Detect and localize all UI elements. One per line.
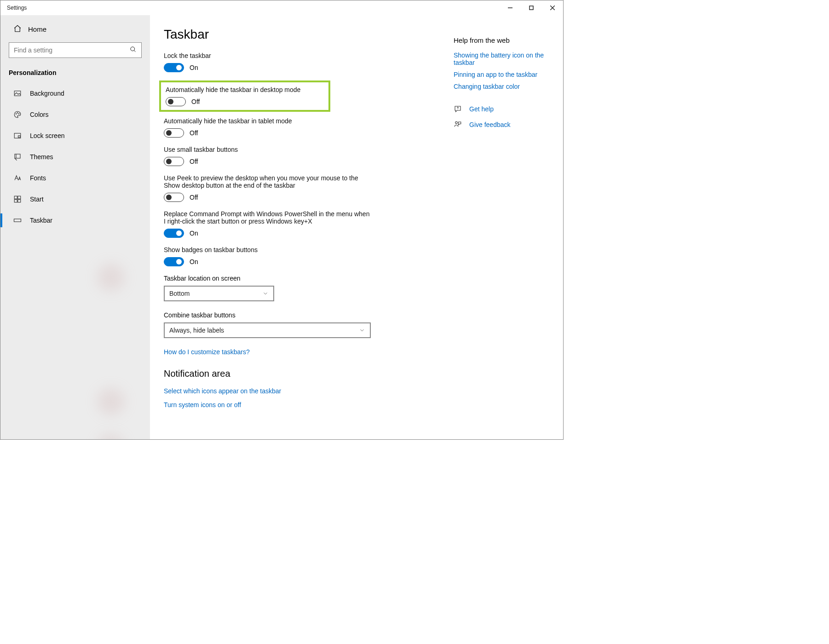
dropdown-taskbar-location[interactable]: Bottom xyxy=(164,286,274,301)
sidebar-item-fonts[interactable]: Fonts xyxy=(0,167,150,189)
svg-rect-11 xyxy=(18,136,21,138)
give-feedback-button[interactable]: Give feedback xyxy=(454,121,559,129)
svg-rect-14 xyxy=(18,196,21,199)
setting-label: Taskbar location on screen xyxy=(164,275,421,282)
sidebar-item-lockscreen[interactable]: Lock screen xyxy=(0,125,150,146)
setting-taskbar-location: Taskbar location on screen Bottom xyxy=(164,275,421,301)
maximize-button[interactable] xyxy=(521,0,542,15)
customize-link-wrap: How do I customize taskbars? xyxy=(164,348,421,356)
aside-help-links: Showing the battery icon on the taskbar … xyxy=(454,52,559,90)
close-button[interactable] xyxy=(542,0,563,15)
toggle-state: On xyxy=(190,230,198,237)
toggle-replace-cmd[interactable] xyxy=(164,229,184,238)
setting-autohide-desktop: Automatically hide the taskbar in deskto… xyxy=(164,86,326,106)
setting-lock-taskbar: Lock the taskbar On xyxy=(164,52,371,72)
main-column: Taskbar Lock the taskbar On Automaticall… xyxy=(164,27,421,435)
setting-label: Use small taskbar buttons xyxy=(164,146,371,153)
give-feedback-label: Give feedback xyxy=(469,121,511,128)
toggle-row: On xyxy=(164,257,371,266)
dropdown-combine-buttons[interactable]: Always, hide labels xyxy=(164,322,371,338)
link-select-icons[interactable]: Select which icons appear on the taskbar xyxy=(164,387,421,395)
setting-use-peek: Use Peek to preview the desktop when you… xyxy=(164,174,371,202)
customize-link[interactable]: How do I customize taskbars? xyxy=(164,348,250,356)
svg-rect-15 xyxy=(14,200,17,202)
sidebar-item-taskbar[interactable]: Taskbar xyxy=(0,210,150,231)
home-button[interactable]: Home xyxy=(0,20,150,39)
toggle-autohide-tablet[interactable] xyxy=(164,128,184,138)
toggle-row: On xyxy=(164,63,371,72)
svg-rect-17 xyxy=(14,219,21,222)
decorative-blob xyxy=(97,264,125,291)
setting-show-badges: Show badges on taskbar buttons On xyxy=(164,246,371,266)
svg-point-19 xyxy=(455,121,458,124)
setting-replace-cmd: Replace Command Prompt with Windows Powe… xyxy=(164,210,371,238)
decorative-blob xyxy=(97,388,125,415)
section-links: Select which icons appear on the taskbar… xyxy=(164,387,421,408)
help-battery-icon[interactable]: Showing the battery icon on the taskbar xyxy=(454,52,544,66)
nav-label: Start xyxy=(30,196,44,203)
section-notification-area: Notification area xyxy=(164,368,421,379)
setting-label: Show badges on taskbar buttons xyxy=(164,246,371,253)
toggle-row: Off xyxy=(164,128,371,138)
nav-label: Lock screen xyxy=(30,132,64,139)
main: Taskbar Lock the taskbar On Automaticall… xyxy=(150,15,563,439)
toggle-row: Off xyxy=(166,97,326,106)
decorative-blob xyxy=(97,434,125,440)
nav-list: Background Colors Lock screen xyxy=(0,83,150,231)
setting-label: Automatically hide the taskbar in deskto… xyxy=(166,86,326,93)
search-icon xyxy=(130,46,137,54)
home-label: Home xyxy=(28,25,46,33)
dropdown-value: Bottom xyxy=(169,290,190,297)
link-system-icons[interactable]: Turn system icons on or off xyxy=(164,401,421,408)
help-icon xyxy=(454,105,462,113)
toggle-small-buttons[interactable] xyxy=(164,157,184,166)
toggle-state: Off xyxy=(190,158,198,165)
settings-window: Settings Home xyxy=(0,0,564,440)
search-field[interactable] xyxy=(14,46,126,54)
aside: Help from the web Showing the battery ic… xyxy=(454,27,559,435)
toggle-show-badges[interactable] xyxy=(164,257,184,266)
titlebar: Settings xyxy=(0,0,563,15)
toggle-row: Off xyxy=(164,193,371,202)
help-taskbar-color[interactable]: Changing taskbar color xyxy=(454,83,520,90)
start-icon xyxy=(13,195,22,203)
sidebar-item-background[interactable]: Background xyxy=(0,83,150,104)
toggle-lock[interactable] xyxy=(164,63,184,72)
search-wrap xyxy=(0,39,150,64)
help-pinning-app[interactable]: Pinning an app to the taskbar xyxy=(454,71,537,78)
svg-point-4 xyxy=(131,47,135,51)
svg-rect-12 xyxy=(15,154,20,158)
aside-title: Help from the web xyxy=(454,36,559,44)
taskbar-icon xyxy=(13,216,22,224)
setting-label: Combine taskbar buttons xyxy=(164,311,421,319)
page-title: Taskbar xyxy=(164,27,421,42)
sidebar-item-colors[interactable]: Colors xyxy=(0,104,150,125)
feedback-icon xyxy=(454,121,462,129)
toggle-state: Off xyxy=(190,129,198,137)
sidebar: Home Personalization Background xyxy=(0,15,150,439)
svg-point-18 xyxy=(458,109,458,109)
category-label: Personalization xyxy=(0,64,150,83)
window-title: Settings xyxy=(0,5,33,11)
chevron-down-icon xyxy=(262,290,269,297)
minimize-button[interactable] xyxy=(500,0,521,15)
search-input[interactable] xyxy=(9,42,142,58)
nav-label: Background xyxy=(30,90,64,97)
nav-label: Colors xyxy=(30,111,48,118)
setting-label: Use Peek to preview the desktop when you… xyxy=(164,174,371,189)
svg-point-9 xyxy=(18,114,19,115)
svg-line-5 xyxy=(134,50,135,52)
get-help-button[interactable]: Get help xyxy=(454,105,559,113)
toggle-autohide-desktop[interactable] xyxy=(166,97,186,106)
sidebar-item-themes[interactable]: Themes xyxy=(0,146,150,167)
setting-autohide-tablet: Automatically hide the taskbar in tablet… xyxy=(164,117,371,138)
sidebar-item-start[interactable]: Start xyxy=(0,189,150,210)
toggle-use-peek[interactable] xyxy=(164,193,184,202)
themes-icon xyxy=(13,153,22,161)
svg-rect-16 xyxy=(18,200,21,202)
image-icon xyxy=(13,89,22,98)
svg-rect-1 xyxy=(530,6,533,10)
setting-label: Automatically hide the taskbar in tablet… xyxy=(164,117,371,125)
nav-label: Themes xyxy=(30,153,53,161)
nav-label: Fonts xyxy=(30,174,46,182)
